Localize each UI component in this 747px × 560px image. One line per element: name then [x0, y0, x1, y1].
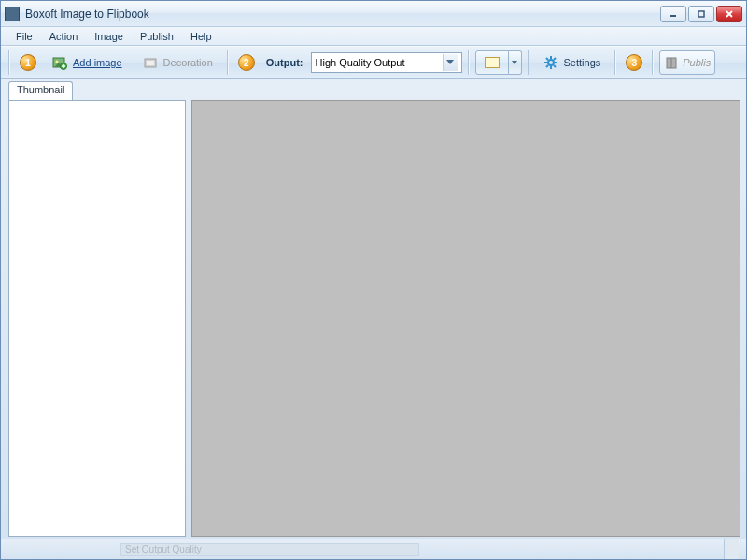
toolbar-separator — [227, 50, 229, 75]
tab-thumbnail[interactable]: Thumbnail — [8, 81, 73, 100]
settings-button[interactable]: Settings — [535, 50, 610, 75]
publish-label: Publis — [683, 57, 711, 68]
tab-strip: Thumbnail — [8, 81, 186, 100]
book-icon — [664, 55, 679, 70]
step3-badge: 3 — [626, 54, 642, 71]
menu-help[interactable]: Help — [183, 29, 219, 44]
maximize-icon — [697, 9, 706, 19]
menu-publish[interactable]: Publish — [133, 29, 181, 44]
decoration-button: Decoration — [134, 50, 221, 75]
svg-marker-13 — [512, 61, 517, 64]
add-image-button[interactable]: Add image — [44, 50, 131, 75]
svg-rect-11 — [147, 61, 154, 65]
menu-image[interactable]: Image — [87, 29, 131, 44]
toolbar-separator — [614, 50, 616, 75]
gear-icon — [543, 55, 558, 70]
window-controls — [660, 6, 742, 22]
svg-rect-1 — [698, 11, 704, 17]
menu-file[interactable]: File — [8, 29, 40, 44]
svg-line-19 — [546, 58, 548, 60]
titlebar: Boxoft Image to Flipbook — [1, 1, 746, 27]
chevron-down-icon — [443, 54, 458, 71]
add-image-icon — [52, 55, 67, 70]
svg-line-22 — [546, 65, 548, 67]
svg-point-14 — [548, 60, 554, 65]
close-icon — [725, 9, 734, 19]
toolbar-separator — [8, 50, 10, 75]
app-icon — [5, 7, 20, 21]
statusbar: Set Output Quality — [1, 539, 746, 559]
output-quality-select[interactable]: High Quality Output — [311, 52, 462, 73]
output-label: Output: — [266, 57, 303, 68]
page-layout-dropdown[interactable] — [509, 50, 522, 75]
preview-canvas — [191, 100, 740, 537]
menubar: File Action Image Publish Help — [1, 27, 746, 46]
add-image-label: Add image — [73, 57, 122, 68]
svg-line-21 — [554, 58, 556, 60]
settings-label: Settings — [564, 57, 601, 68]
publish-button[interactable]: Publis — [659, 50, 715, 75]
thumbnail-panel: Thumbnail — [8, 81, 186, 537]
scrollbar-stub[interactable] — [724, 539, 739, 559]
maximize-button[interactable] — [688, 6, 714, 22]
svg-point-5 — [56, 61, 59, 63]
page-layout-icon — [485, 57, 500, 68]
page-layout-button[interactable] — [475, 50, 509, 75]
step2-badge: 2 — [238, 54, 255, 71]
menu-action[interactable]: Action — [42, 29, 86, 44]
toolbar: 1 Add image Decoration 2 Output: High Qu… — [1, 46, 746, 79]
svg-line-20 — [554, 65, 556, 67]
minimize-button[interactable] — [660, 6, 686, 22]
chevron-down-icon — [512, 61, 517, 64]
minimize-icon — [669, 9, 678, 19]
step1-badge: 1 — [20, 54, 36, 71]
content-area: Thumbnail — [1, 79, 746, 539]
thumbnail-list[interactable] — [8, 100, 186, 537]
output-selected-value: High Quality Output — [316, 57, 443, 68]
status-hint: Set Output Quality — [120, 543, 419, 556]
toolbar-separator — [528, 50, 529, 75]
toolbar-separator — [468, 50, 470, 75]
svg-marker-12 — [446, 60, 454, 64]
window-title: Boxoft Image to Flipbook — [25, 7, 660, 21]
decoration-label: Decoration — [163, 57, 213, 68]
toolbar-separator — [652, 50, 654, 75]
close-button[interactable] — [716, 6, 742, 22]
decoration-icon — [143, 55, 158, 70]
